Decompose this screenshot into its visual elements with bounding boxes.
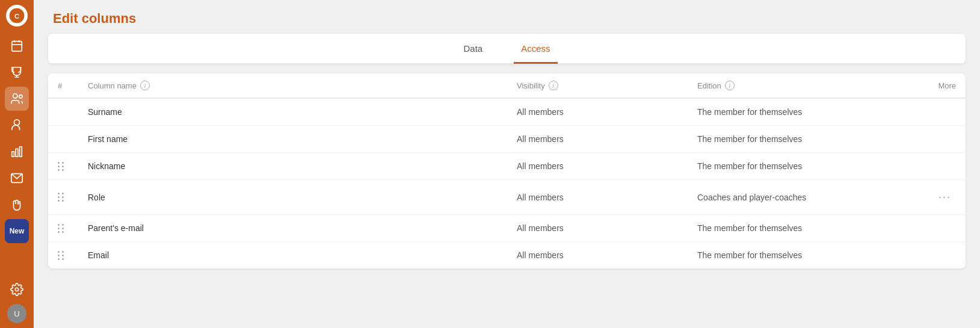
table-row: First name All members The member for th… xyxy=(48,126,966,153)
sidebar-item-person[interactable] xyxy=(5,113,29,137)
tab-data[interactable]: Data xyxy=(456,34,490,64)
sidebar-item-members[interactable] xyxy=(5,87,29,111)
col-name-surname: Surname xyxy=(88,107,517,117)
col-edition-surname: The member for themselves xyxy=(697,107,908,117)
table-row: Parent's e-mail All members The member f… xyxy=(48,215,966,242)
col-edition-email: The member for themselves xyxy=(697,250,908,260)
col-visibility-parent-email: All members xyxy=(517,223,697,233)
sidebar-item-trophy[interactable] xyxy=(5,60,29,84)
svg-rect-2 xyxy=(12,42,22,52)
col-edition-firstname: The member for themselves xyxy=(697,134,908,144)
col-visibility-email: All members xyxy=(517,250,697,260)
avatar[interactable]: U xyxy=(7,304,26,323)
svg-rect-9 xyxy=(12,152,14,156)
col-edition-nickname: The member for themselves xyxy=(697,161,908,171)
svg-point-6 xyxy=(13,94,17,98)
table-header-row: # Column name i Visibility i Edition i M… xyxy=(48,73,966,99)
table-row: Role All members Coaches and player-coac… xyxy=(48,180,966,215)
tab-card: Data Access xyxy=(48,34,966,64)
drag-handle-email[interactable] xyxy=(58,251,88,260)
col-visibility-surname: All members xyxy=(517,107,697,117)
page-title: Edit columns xyxy=(53,11,961,26)
col-edition-parent-email: The member for themselves xyxy=(697,223,908,233)
more-options-button[interactable]: ··· xyxy=(934,188,956,206)
col-name-nickname: Nickname xyxy=(88,161,517,171)
svg-rect-11 xyxy=(20,147,22,157)
tab-access[interactable]: Access xyxy=(514,34,557,64)
column-name-info-icon[interactable]: i xyxy=(140,81,150,90)
main-content: Edit columns Data Access # Column name i… xyxy=(34,0,980,328)
col-visibility-firstname: All members xyxy=(517,134,697,144)
col-name-role: Role xyxy=(88,193,517,202)
th-column-name: Column name i xyxy=(88,81,517,90)
page-header: Edit columns xyxy=(34,0,980,34)
drag-handle-nickname[interactable] xyxy=(58,162,88,171)
drag-handle-role[interactable] xyxy=(58,193,88,202)
col-name-firstname: First name xyxy=(88,134,517,144)
table-row: Email All members The member for themsel… xyxy=(48,242,966,268)
svg-rect-10 xyxy=(16,149,18,156)
svg-point-13 xyxy=(15,288,19,291)
th-edition: Edition i xyxy=(697,81,908,90)
th-more: More xyxy=(908,81,956,90)
svg-point-8 xyxy=(14,120,19,125)
svg-text:C: C xyxy=(14,13,19,20)
sidebar-logo[interactable]: C xyxy=(6,5,28,26)
col-more-role[interactable]: ··· xyxy=(908,188,956,206)
svg-point-7 xyxy=(19,95,22,99)
sidebar-item-settings[interactable] xyxy=(5,277,29,302)
sidebar: C New U xyxy=(0,0,34,328)
col-visibility-role: All members xyxy=(517,193,697,202)
new-button[interactable]: New xyxy=(5,219,29,243)
drag-handle-parent-email[interactable] xyxy=(58,224,88,233)
col-name-parent-email: Parent's e-mail xyxy=(88,223,517,233)
visibility-info-icon[interactable]: i xyxy=(549,81,558,90)
sidebar-item-calendar[interactable] xyxy=(5,34,29,58)
sidebar-item-hand[interactable] xyxy=(5,193,29,217)
tabs: Data Access xyxy=(48,34,966,64)
th-visibility: Visibility i xyxy=(517,81,697,90)
th-hash: # xyxy=(58,81,88,90)
col-visibility-nickname: All members xyxy=(517,161,697,171)
table-card: # Column name i Visibility i Edition i M… xyxy=(48,73,966,268)
table-row: Surname All members The member for thems… xyxy=(48,99,966,126)
sidebar-item-chart[interactable] xyxy=(5,140,29,164)
table-row: Nickname All members The member for them… xyxy=(48,153,966,180)
col-edition-role: Coaches and player-coaches xyxy=(697,193,908,202)
sidebar-item-mail[interactable] xyxy=(5,166,29,190)
col-name-email: Email xyxy=(88,250,517,260)
edition-info-icon[interactable]: i xyxy=(725,81,735,90)
